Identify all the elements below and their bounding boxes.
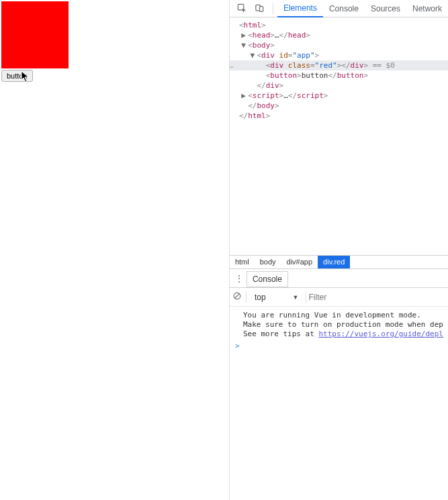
dom-line[interactable]: </div>	[230, 81, 448, 91]
console-message: You are running Vue in development mode.	[232, 311, 445, 320]
breadcrumb-item[interactable]: body	[255, 256, 281, 268]
console-output[interactable]: You are running Vue in development mode.…	[230, 307, 448, 500]
dom-line[interactable]: </html>	[230, 111, 448, 121]
clear-console-icon[interactable]	[232, 291, 242, 303]
dom-tree[interactable]: <html> ▶<head>…</head> ▼<body> ▼<div id=…	[230, 17, 448, 255]
console-prompt[interactable]: >	[232, 342, 445, 351]
dom-line[interactable]: <div class="red"></div> == $0	[230, 60, 448, 70]
svg-line-4	[234, 294, 239, 299]
tab-console[interactable]: Console	[323, 1, 365, 17]
chevron-down-icon: ▼	[293, 294, 299, 301]
tab-network[interactable]: Network	[406, 1, 448, 17]
device-toggle-icon[interactable]	[251, 1, 269, 17]
svg-rect-2	[260, 7, 263, 12]
inspect-icon[interactable]	[234, 1, 251, 17]
console-link[interactable]: https://vuejs.org/guide/depl	[318, 330, 443, 338]
dom-line[interactable]: </body>	[230, 101, 448, 111]
divider	[273, 3, 273, 14]
console-message: See more tips at https://vuejs.org/guide…	[232, 330, 445, 339]
rendered-page: button	[0, 0, 229, 500]
console-message: Make sure to turn on production mode whe…	[232, 320, 445, 330]
devtools-toolbar: Elements Console Sources Network	[230, 0, 448, 17]
console-drawer: ⋮ Console top ▼ You are running Vue in d…	[230, 268, 448, 500]
breadcrumb-item[interactable]: div.red	[318, 256, 350, 268]
console-filter-input[interactable]	[306, 291, 446, 303]
breadcrumb-item[interactable]: div#app	[281, 256, 318, 268]
dom-line[interactable]: ▶<script>…</script>	[230, 91, 448, 101]
breadcrumb: htmlbodydiv#appdiv.red	[230, 255, 448, 268]
dom-line[interactable]: <button>button</button>	[230, 70, 448, 81]
context-value: top	[255, 293, 266, 302]
console-controls: top ▼	[230, 288, 448, 307]
red-box	[1, 1, 69, 68]
dom-line[interactable]: <html>	[230, 20, 448, 30]
divider	[246, 292, 247, 303]
context-selector[interactable]: top ▼	[251, 291, 303, 303]
tab-sources[interactable]: Sources	[365, 1, 406, 17]
dom-line[interactable]: ▶<head>…</head>	[230, 30, 448, 40]
tab-elements[interactable]: Elements	[277, 0, 323, 17]
dom-line[interactable]: ▼<body>	[230, 40, 448, 50]
page-button[interactable]: button	[1, 70, 33, 82]
breadcrumb-item[interactable]: html	[230, 256, 255, 268]
devtools-panel: Elements Console Sources Network <html> …	[229, 0, 448, 500]
dom-line[interactable]: ▼<div id="app">	[230, 50, 448, 60]
drawer-menu-icon[interactable]: ⋮	[232, 273, 247, 284]
drawer-tab-console[interactable]: Console	[247, 271, 288, 287]
drawer-header: ⋮ Console	[230, 269, 448, 288]
